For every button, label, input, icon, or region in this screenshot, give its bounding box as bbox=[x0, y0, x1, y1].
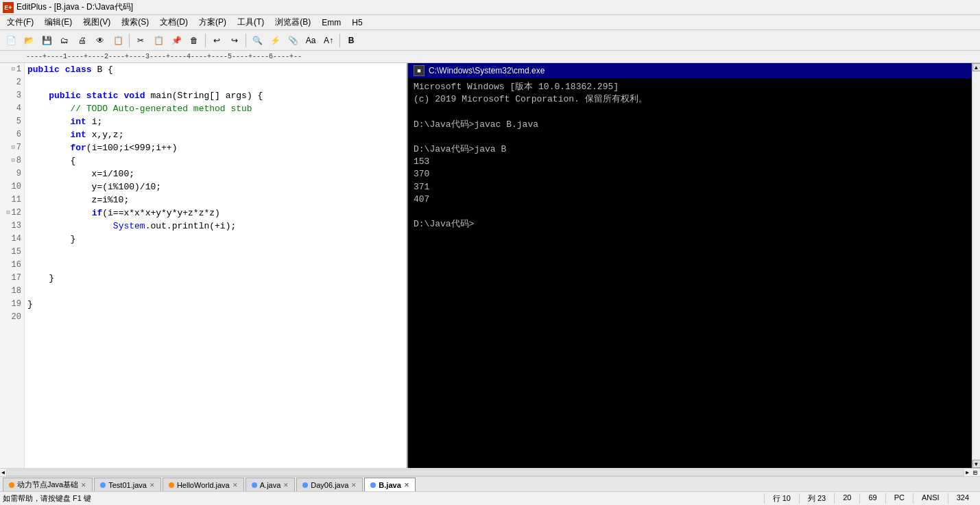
tb-fontsize[interactable]: A↑ bbox=[320, 32, 337, 49]
tab-4[interactable]: Day06.java ✕ bbox=[296, 478, 363, 491]
tb-redo[interactable]: ↪ bbox=[226, 32, 243, 49]
tb-undo[interactable]: ↩ bbox=[208, 32, 225, 49]
bottom-scroll-area[interactable]: ◀ ▶ ⊞ bbox=[0, 468, 980, 476]
cmd-line-3 bbox=[414, 106, 966, 118]
tb-new[interactable]: 📄 bbox=[3, 32, 19, 49]
ln-3: 3 bbox=[3, 89, 21, 102]
tb-print[interactable]: 🖨 bbox=[74, 32, 91, 49]
ln-8: ⊟8 bbox=[3, 154, 21, 167]
code-line-7: for(i=100;i<999;i++) bbox=[27, 141, 407, 154]
tab-5[interactable]: B.java ✕ bbox=[364, 478, 415, 491]
ln-15: 15 bbox=[3, 246, 21, 259]
tab-close-5[interactable]: ✕ bbox=[404, 482, 409, 489]
editor-pane[interactable]: ⊟1 2 3 4 5 6 ⊟7 ⊟8 9 10 11 ⊟12 13 14 15 … bbox=[0, 63, 408, 468]
status-charset: ANSI bbox=[913, 493, 948, 504]
menu-file[interactable]: 文件(F) bbox=[1, 15, 39, 30]
status-v3: 324 bbox=[948, 493, 977, 504]
scroll-up[interactable]: ▲ bbox=[972, 63, 981, 71]
code-lines[interactable]: public class B { public static void main… bbox=[25, 63, 407, 468]
scroll-track[interactable] bbox=[972, 71, 980, 460]
code-line-6: int x,y,z; bbox=[27, 128, 407, 141]
tab-2[interactable]: HelloWorld.java ✕ bbox=[163, 478, 244, 491]
ruler-text: ----+----1----+----2----+----3----+----4… bbox=[26, 53, 302, 60]
status-items: 行 10 列 23 20 69 PC ANSI 324 bbox=[764, 493, 977, 504]
cmd-content[interactable]: Microsoft Windows [版本 10.0.18362.295] (c… bbox=[408, 78, 972, 468]
ln-9: 9 bbox=[3, 167, 21, 180]
cmd-line-2: (c) 2019 Microsoft Corporation. 保留所有权利。 bbox=[414, 93, 966, 106]
code-line-3: public static void main(String[] args) { bbox=[27, 89, 407, 102]
tb-bold[interactable]: B bbox=[343, 32, 359, 49]
code-line-10: y=(i%100)/10; bbox=[27, 180, 407, 193]
cmd-prompt-final: D:\Java代码> bbox=[414, 218, 966, 231]
hscroll-left[interactable]: ◀ bbox=[0, 469, 6, 475]
ln-1: ⊟1 bbox=[3, 63, 21, 76]
menu-browser[interactable]: 浏览器(B) bbox=[270, 15, 316, 30]
window-title: EditPlus - [B.java - D:\Java代码] bbox=[16, 1, 133, 13]
code-line-5: int i; bbox=[27, 115, 407, 128]
tab-close-3[interactable]: ✕ bbox=[283, 482, 289, 489]
menu-h5[interactable]: H5 bbox=[346, 16, 368, 29]
ln-16: 16 bbox=[3, 259, 21, 272]
tb-replace[interactable]: ⚡ bbox=[267, 32, 283, 49]
code-line-1: public class B { bbox=[27, 63, 407, 76]
fold-7[interactable]: ⊟ bbox=[11, 141, 14, 154]
tb-copy[interactable]: 📋 bbox=[150, 32, 167, 49]
menu-doc[interactable]: 文档(D) bbox=[154, 15, 193, 30]
tab-label-3: A.java bbox=[260, 481, 281, 489]
tb-saveall[interactable]: 🗂 bbox=[56, 32, 73, 49]
ln-20: 20 bbox=[3, 311, 21, 324]
status-col: 列 23 bbox=[799, 493, 834, 504]
hscroll-size: ⊞ bbox=[970, 469, 980, 477]
tb-preview[interactable]: 👁 bbox=[92, 32, 108, 49]
tb-save[interactable]: 💾 bbox=[38, 32, 55, 49]
code-line-11: z=i%10; bbox=[27, 193, 407, 207]
menu-tools[interactable]: 工具(T) bbox=[232, 15, 270, 30]
menu-bar: 文件(F) 编辑(E) 视图(V) 搜索(S) 文档(D) 方案(P) 工具(T… bbox=[0, 15, 980, 30]
cmd-output-371: 371 bbox=[414, 181, 966, 193]
scroll-down[interactable]: ▼ bbox=[972, 460, 981, 468]
tab-3[interactable]: A.java ✕ bbox=[246, 478, 296, 491]
tab-label-5: B.java bbox=[379, 481, 401, 489]
tab-close-4[interactable]: ✕ bbox=[351, 482, 357, 489]
tab-close-1[interactable]: ✕ bbox=[150, 482, 155, 489]
right-scrollbar[interactable]: ▲ ▼ bbox=[972, 63, 980, 468]
menu-project[interactable]: 方案(P) bbox=[193, 15, 232, 30]
fold-12[interactable]: ⊟ bbox=[6, 207, 10, 220]
tab-0[interactable]: 动力节点Java基础 ✕ bbox=[3, 478, 93, 491]
ln-7: ⊟7 bbox=[3, 141, 21, 154]
tb-sep2 bbox=[205, 34, 206, 47]
status-v2: 69 bbox=[859, 493, 885, 504]
cmd-window: ■ C:\Windows\System32\cmd.exe Microsoft … bbox=[408, 63, 972, 468]
menu-emm[interactable]: Emm bbox=[316, 16, 346, 29]
fold-8[interactable]: ⊟ bbox=[11, 154, 14, 167]
cmd-title-bar: ■ C:\Windows\System32\cmd.exe bbox=[408, 63, 972, 78]
tb-open[interactable]: 📂 bbox=[21, 32, 37, 49]
tb-delete[interactable]: 🗑 bbox=[186, 32, 202, 49]
cmd-output-407: 407 bbox=[414, 193, 966, 206]
tb-paste[interactable]: 📌 bbox=[168, 32, 184, 49]
tab-1[interactable]: Test01.java ✕ bbox=[94, 478, 161, 491]
tb-cut[interactable]: ✂ bbox=[132, 32, 149, 49]
tb-find[interactable]: 🔍 bbox=[249, 32, 265, 49]
title-bar: E+ EditPlus - [B.java - D:\Java代码] bbox=[0, 0, 980, 15]
tb-spell[interactable]: Aa bbox=[302, 32, 319, 49]
tb-clipman[interactable]: 📎 bbox=[285, 32, 301, 49]
ln-17: 17 bbox=[3, 272, 21, 285]
tb-clip[interactable]: 📋 bbox=[110, 32, 126, 49]
menu-search[interactable]: 搜索(S) bbox=[116, 15, 154, 30]
code-area: ⊟1 2 3 4 5 6 ⊟7 ⊟8 9 10 11 ⊟12 13 14 15 … bbox=[0, 63, 407, 468]
menu-view[interactable]: 视图(V) bbox=[77, 15, 116, 30]
tab-label-2: HelloWorld.java bbox=[177, 481, 230, 489]
ln-12: ⊟12 bbox=[3, 207, 21, 220]
hscroll-right[interactable]: ▶ bbox=[964, 469, 970, 475]
fold-1[interactable]: ⊟ bbox=[11, 63, 14, 76]
ln-6: 6 bbox=[3, 128, 21, 141]
status-bar: 如需帮助，请按键盘 F1 键 行 10 列 23 20 69 PC ANSI 3… bbox=[0, 491, 980, 505]
ln-10: 10 bbox=[3, 180, 21, 193]
code-line-13: System.out.println(+i); bbox=[27, 220, 407, 233]
hscroll-track[interactable] bbox=[6, 469, 964, 476]
tab-close-2[interactable]: ✕ bbox=[232, 482, 238, 489]
tab-close-0[interactable]: ✕ bbox=[81, 482, 86, 489]
tab-dot-5 bbox=[370, 482, 376, 488]
menu-edit[interactable]: 编辑(E) bbox=[39, 15, 77, 30]
